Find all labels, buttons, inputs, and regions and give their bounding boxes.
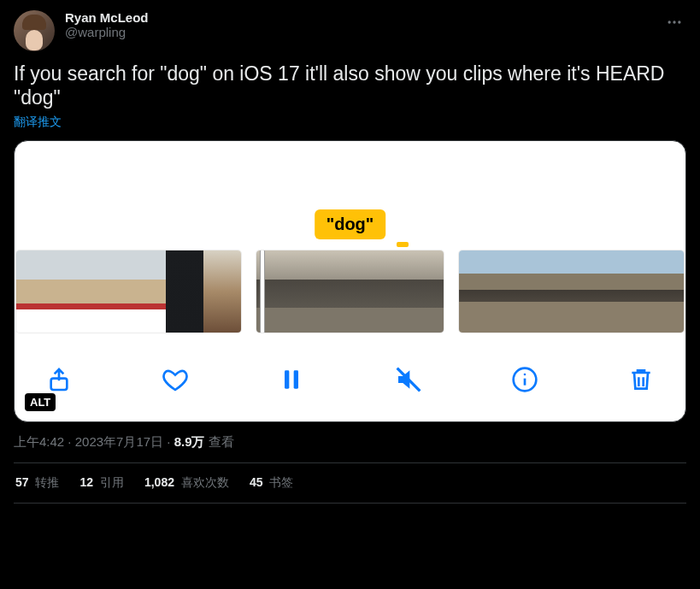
tooltip-tick (397, 242, 409, 247)
tweet-text: If you search for "dog" on iOS 17 it'll … (14, 62, 686, 109)
svg-point-9 (523, 374, 526, 376)
share-icon[interactable] (44, 364, 74, 395)
alt-text-badge[interactable]: ALT (25, 393, 56, 411)
tweet-meta: 上午4:42 · 2023年7月17日 · 8.9万 查看 (14, 434, 686, 451)
video-frame (646, 250, 684, 333)
video-frame (128, 250, 166, 333)
video-frame (572, 250, 609, 333)
playhead-indicator[interactable] (260, 250, 265, 333)
svg-point-1 (673, 21, 675, 23)
retweets-stat[interactable]: 57 转推 (15, 475, 59, 491)
video-frame (16, 250, 54, 333)
media-toolbar (15, 356, 685, 403)
author-block[interactable]: Ryan McLeod @warpling (65, 10, 652, 39)
mute-icon[interactable] (393, 364, 424, 395)
video-frame (406, 250, 444, 333)
tweet-container: Ryan McLeod @warpling If you search for … (0, 0, 700, 504)
more-options-icon[interactable] (662, 10, 686, 38)
svg-point-2 (678, 21, 680, 23)
view-count: 8.9万 (174, 434, 205, 449)
video-frame (459, 250, 497, 333)
info-icon[interactable] (509, 364, 540, 395)
svg-point-0 (668, 21, 671, 23)
translate-link[interactable]: 翻译推文 (14, 115, 686, 130)
video-frame (609, 250, 646, 333)
video-frame (368, 250, 406, 333)
trash-icon[interactable] (626, 364, 656, 395)
video-frame (91, 250, 129, 333)
video-frame (534, 250, 572, 333)
likes-stat[interactable]: 1,082 喜欢次数 (144, 475, 229, 491)
tweet-time[interactable]: 上午4:42 (14, 434, 64, 449)
bookmarks-stat[interactable]: 45 书签 (250, 475, 293, 491)
avatar[interactable] (14, 10, 55, 51)
video-timeline (15, 250, 685, 333)
clip-group-3 (459, 250, 684, 333)
quotes-stat[interactable]: 12 引用 (79, 475, 123, 491)
media-attachment[interactable]: "dog" (14, 140, 686, 422)
clip-group-1 (16, 250, 241, 333)
engagement-row: 57 转推 12 引用 1,082 喜欢次数 45 书签 (14, 463, 686, 503)
heart-icon[interactable] (160, 364, 191, 395)
video-frame (54, 250, 91, 333)
video-frame (203, 250, 241, 333)
tweet-date[interactable]: 2023年7月17日 (75, 434, 163, 449)
video-frame (497, 250, 534, 333)
svg-rect-4 (285, 370, 289, 388)
divider (14, 503, 686, 504)
view-label: 查看 (205, 434, 234, 449)
video-frame (332, 250, 369, 333)
video-frame (166, 250, 203, 333)
search-term-tooltip: "dog" (315, 209, 386, 239)
svg-rect-5 (294, 370, 298, 388)
clip-group-2 (256, 250, 444, 333)
author-display-name: Ryan McLeod (65, 10, 652, 25)
tweet-header: Ryan McLeod @warpling (14, 10, 686, 51)
video-frame (294, 250, 332, 333)
pause-icon[interactable] (276, 364, 307, 395)
author-handle: @warpling (65, 25, 652, 39)
